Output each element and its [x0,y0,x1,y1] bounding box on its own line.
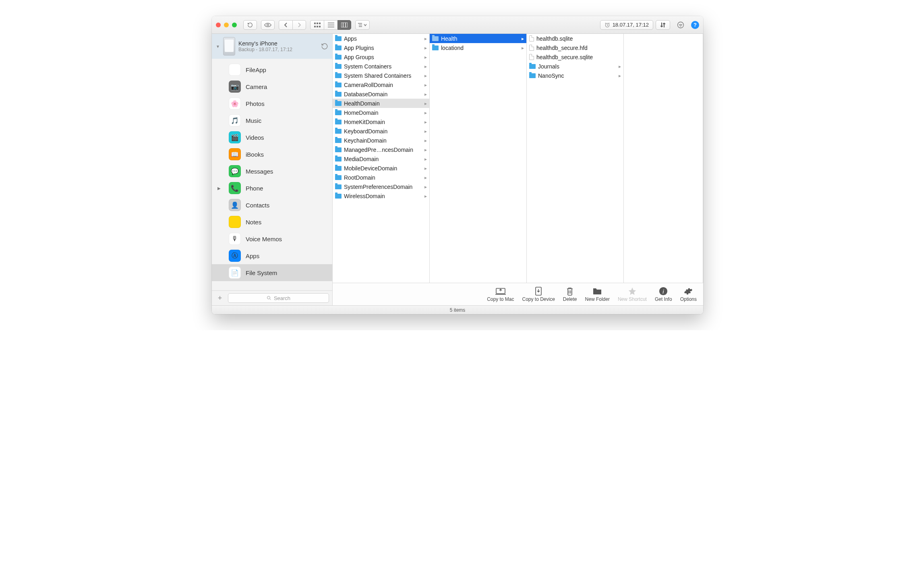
file-row-healthdb-secure-hfd[interactable]: healthdb_secure.hfd [527,43,623,52]
folder-row-camerarolldomain[interactable]: CameraRollDomain▸ [333,80,429,89]
options-button[interactable]: Options [680,287,697,302]
row-label: healthdb_secure.sqlite [536,54,621,60]
timestamp-button[interactable]: 18.07.17, 17:12 [600,20,653,30]
sidebar-item-ibooks[interactable]: ▶ 📖 iBooks [212,146,332,163]
folder-row-apps[interactable]: Apps▸ [333,34,429,43]
row-label: DatabaseDomain [344,91,422,97]
file-icon [529,45,534,51]
sidebar-item-voice-memos[interactable]: ▶ 🎙 Voice Memos [212,230,332,247]
search-input[interactable]: Search [228,293,329,303]
back-button[interactable] [279,20,292,30]
wifi-sync-button[interactable] [673,20,689,30]
svg-rect-3 [319,23,321,24]
folder-row-systempreferencesdomain[interactable]: SystemPreferencesDomain▸ [333,182,429,191]
sidebar-item-label: File System [246,269,277,276]
folder-row-databasedomain[interactable]: DatabaseDomain▸ [333,89,429,99]
folder-row-keychaindomain[interactable]: KeychainDomain▸ [333,136,429,145]
iphone-icon [223,37,235,56]
folder-row-keyboarddomain[interactable]: KeyboardDomain▸ [333,126,429,136]
folder-row-wirelessdomain[interactable]: WirelessDomain▸ [333,191,429,201]
nav-back-forward [279,20,306,30]
app-icon: 📷 [229,81,241,93]
svg-rect-6 [319,26,321,27]
view-columns-button[interactable] [337,20,351,30]
quicklook-button[interactable] [261,20,275,30]
folder-row-journals[interactable]: Journals▸ [527,62,623,71]
sidebar-item-file-system[interactable]: ▶ 📄 File System [212,264,332,281]
row-label: SystemPreferencesDomain [344,184,422,190]
file-row-healthdb-secure-sqlite[interactable]: healthdb_secure.sqlite [527,52,623,62]
history-icon[interactable] [321,43,328,50]
sidebar-item-phone[interactable]: ▶ 📞 Phone [212,180,332,197]
new-shortcut-button: New Shortcut [618,287,647,302]
new-folder-button[interactable]: New Folder [585,287,610,302]
app-icon: 🎙 [229,233,241,245]
column-browser: Apps▸App Plugins▸App Groups▸System Conta… [333,34,703,283]
chevron-right-icon: ▸ [424,156,427,162]
get-info-button[interactable]: i Get Info [655,287,672,302]
reload-button[interactable] [243,20,257,30]
help-button[interactable]: ? [691,21,699,29]
folder-row-mobiledevicedomain[interactable]: MobileDeviceDomain▸ [333,164,429,173]
chevron-right-icon: ▸ [424,138,427,143]
svg-rect-2 [317,23,318,24]
sidebar-item-label: Camera [246,83,267,90]
sidebar-item-apps[interactable]: ▶ Ⓐ Apps [212,247,332,264]
device-header[interactable]: ▼ Kenny's iPhone Backup - 18.07.17, 17:1… [212,34,332,59]
chevron-right-icon: ▸ [522,36,524,41]
folder-icon [335,194,342,199]
app-icon: 🎬 [229,131,241,143]
svg-rect-4 [314,26,316,27]
sidebar-item-contacts[interactable]: ▶ 👤 Contacts [212,197,332,213]
sidebar-item-camera[interactable]: ▶ 📷 Camera [212,78,332,95]
app-icon [229,64,241,76]
view-mode-segment [310,20,351,30]
sidebar-item-label: Photos [246,100,265,107]
column-2[interactable]: Health▸locationd▸ [430,34,527,283]
folder-row-health[interactable]: Health▸ [430,34,526,43]
folder-icon [335,166,342,171]
folder-icon [529,64,536,69]
file-row-healthdb-sqlite[interactable]: healthdb.sqlite [527,34,623,43]
sidebar-item-photos[interactable]: ▶ 🌸 Photos [212,95,332,112]
copy-to-mac-button[interactable]: Copy to Mac [487,287,514,302]
folder-row-app-groups[interactable]: App Groups▸ [333,52,429,62]
forward-button[interactable] [292,20,306,30]
delete-button[interactable]: Delete [563,287,577,302]
search-icon [267,296,271,300]
folder-row-system-containers[interactable]: System Containers▸ [333,62,429,71]
column-4[interactable] [624,34,703,283]
sidebar-item-label: Notes [246,219,261,226]
view-list-button[interactable] [324,20,337,30]
folder-row-rootdomain[interactable]: RootDomain▸ [333,173,429,182]
row-label: NanoSync [538,72,616,79]
close-window-button[interactable] [216,23,221,27]
add-button[interactable]: + [215,294,225,302]
transfers-button[interactable] [656,20,670,30]
column-3[interactable]: healthdb.sqlitehealthdb_secure.hfdhealth… [527,34,624,283]
copy-to-device-button[interactable]: Copy to Device [522,287,555,302]
sidebar-item-fileapp[interactable]: ▶ FileApp [212,61,332,78]
folder-row-app-plugins[interactable]: App Plugins▸ [333,43,429,52]
folder-row-managedpre-ncesdomain[interactable]: ManagedPre…ncesDomain▸ [333,145,429,154]
view-icons-button[interactable] [310,20,324,30]
folder-row-homekitdomain[interactable]: HomeKitDomain▸ [333,117,429,126]
column-1[interactable]: Apps▸App Plugins▸App Groups▸System Conta… [333,34,430,283]
minimize-window-button[interactable] [224,23,229,27]
folder-row-nanosync[interactable]: NanoSync▸ [527,71,623,80]
zoom-window-button[interactable] [232,23,237,27]
row-label: healthdb_secure.hfd [536,45,621,51]
folder-row-locationd[interactable]: locationd▸ [430,43,526,52]
sidebar-item-notes[interactable]: ▶ Notes [212,213,332,230]
folder-row-mediadomain[interactable]: MediaDomain▸ [333,154,429,164]
folder-row-system-shared-containers[interactable]: System Shared Containers▸ [333,71,429,80]
sidebar-item-messages[interactable]: ▶ 💬 Messages [212,163,332,180]
row-label: Apps [344,35,422,42]
sidebar-item-videos[interactable]: ▶ 🎬 Videos [212,129,332,146]
folder-row-homedomain[interactable]: HomeDomain▸ [333,108,429,117]
app-icon [229,216,241,228]
group-by-button[interactable] [355,20,370,30]
folder-row-healthdomain[interactable]: HealthDomain▸ [333,99,429,108]
sidebar-item-music[interactable]: ▶ 🎵 Music [212,112,332,129]
app-icon: 💬 [229,165,241,177]
